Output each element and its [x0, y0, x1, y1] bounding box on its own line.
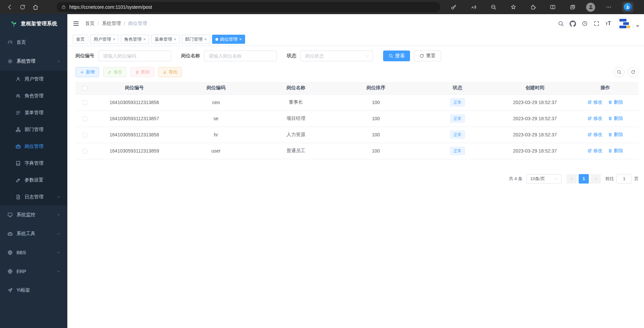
cell-created-at: 2023-03-29 18:52:37: [498, 127, 572, 143]
sidebar-item-dict-management[interactable]: 字典管理: [0, 155, 67, 172]
post-id-input[interactable]: [99, 51, 171, 61]
page-header: 首页 / 系统管理 / 岗位管理 ? TT: [67, 14, 644, 33]
tab-post-management[interactable]: 岗位管理×: [212, 35, 245, 44]
sidebar-item-post-management[interactable]: 岗位管理: [0, 138, 67, 155]
tab-menu-management[interactable]: 菜单管理×: [151, 35, 180, 44]
cell-post-sort: 100: [335, 127, 417, 143]
col-created-at: 创建时间: [498, 82, 572, 94]
row-edit-button[interactable]: 修改: [587, 148, 603, 154]
copilot-button[interactable]: b: [622, 2, 634, 12]
password-key-icon[interactable]: [447, 2, 460, 12]
row-edit-button[interactable]: 修改: [587, 116, 603, 122]
sidebar-item-role-management[interactable]: 角色管理: [0, 88, 67, 104]
sidebar-item-user-management[interactable]: 用户管理: [0, 71, 67, 88]
collections-icon[interactable]: [566, 2, 579, 12]
refresh-table-button[interactable]: [628, 67, 639, 77]
read-aloud-icon[interactable]: A: [467, 2, 480, 12]
row-delete-button[interactable]: 删除: [608, 132, 623, 138]
reset-button[interactable]: 重置: [414, 51, 441, 61]
cell-post-id: 1641030593112313859: [94, 143, 175, 159]
sidebar-item-dept-management[interactable]: 部门管理: [0, 121, 67, 138]
toggle-search-button[interactable]: [614, 67, 624, 77]
app-logo[interactable]: 意框架管理系统: [0, 14, 67, 33]
browser-home-button[interactable]: [29, 2, 42, 12]
cell-post-code: user: [175, 143, 257, 159]
trash-icon: [608, 100, 612, 104]
sidebar-item-label: 系统管理: [16, 58, 35, 64]
row-delete-button[interactable]: 删除: [608, 99, 623, 105]
col-post-sort: 岗位排序: [335, 82, 417, 94]
sidebar-item-param-settings[interactable]: 参数设置: [0, 172, 67, 189]
close-icon[interactable]: ×: [204, 37, 207, 41]
prev-page-button[interactable]: [567, 174, 577, 184]
font-size-button[interactable]: TT: [605, 21, 611, 27]
tab-dept-management[interactable]: 部门管理×: [182, 35, 210, 44]
chevron-down-icon: [57, 232, 61, 236]
sidebar-item-yi-framework[interactable]: Yi框架: [0, 281, 67, 300]
active-tab-dot: [215, 38, 218, 41]
status-select[interactable]: [301, 51, 373, 61]
close-icon[interactable]: ×: [113, 37, 115, 41]
row-checkbox[interactable]: [82, 100, 87, 105]
font-size-icon: T: [605, 22, 608, 26]
sidebar-item-system-tools[interactable]: 系统工具: [0, 224, 67, 243]
sidebar-item-erp[interactable]: ERP: [0, 262, 67, 281]
row-checkbox[interactable]: [82, 117, 87, 121]
row-checkbox[interactable]: [82, 133, 87, 137]
row-checkbox[interactable]: [82, 149, 87, 154]
split-screen-icon[interactable]: [546, 2, 559, 12]
edit-button[interactable]: 修改: [103, 67, 127, 77]
delete-button[interactable]: 删除: [131, 67, 154, 77]
favorites-icon[interactable]: [507, 2, 520, 12]
more-menu-icon[interactable]: [602, 2, 615, 12]
goto-page-input[interactable]: [616, 174, 632, 184]
close-icon[interactable]: ×: [143, 37, 146, 41]
fullscreen-button[interactable]: [594, 21, 600, 27]
export-button[interactable]: 导出: [158, 67, 182, 77]
row-delete-label: 删除: [614, 132, 623, 138]
browser-back-button[interactable]: [3, 2, 16, 12]
browser-refresh-button[interactable]: [16, 2, 29, 12]
tab-label: 用户管理: [94, 36, 111, 42]
add-button[interactable]: 新增: [75, 67, 99, 77]
edit-icon: [107, 70, 112, 74]
breadcrumb-system[interactable]: 系统管理: [102, 21, 121, 27]
post-name-input[interactable]: [204, 51, 277, 61]
row-edit-label: 修改: [593, 132, 603, 138]
address-bar[interactable]: https://ccnetcore.com:1101/system/post: [57, 2, 440, 12]
sidebar-item-label: 日志管理: [25, 194, 43, 200]
header-search-button[interactable]: [558, 21, 564, 27]
page-size-select[interactable]: 10条/页: [527, 174, 562, 184]
user-avatar[interactable]: [618, 18, 630, 30]
tab-role-management[interactable]: 角色管理×: [121, 35, 149, 44]
sidebar-item-menu-management[interactable]: 菜单管理: [0, 104, 67, 121]
close-icon[interactable]: ×: [174, 37, 176, 41]
extensions-icon[interactable]: [527, 2, 540, 12]
sidebar-toggle-button[interactable]: [73, 20, 79, 27]
caret-down-icon[interactable]: [636, 25, 639, 27]
next-page-button[interactable]: [591, 174, 601, 184]
close-icon[interactable]: ×: [239, 37, 242, 41]
help-button[interactable]: ?: [582, 21, 588, 27]
sidebar-item-log-management[interactable]: 日志管理: [0, 189, 67, 205]
chevron-left-icon: [570, 177, 574, 181]
browser-profile-avatar[interactable]: [586, 3, 595, 12]
tab-home[interactable]: 首页: [73, 35, 88, 44]
row-delete-button[interactable]: 删除: [608, 148, 623, 154]
github-button[interactable]: [570, 21, 576, 27]
sidebar-item-system-monitor[interactable]: 系统监控: [0, 205, 67, 224]
sidebar-item-system-management[interactable]: 系统管理: [0, 52, 67, 71]
row-delete-button[interactable]: 删除: [608, 116, 623, 122]
breadcrumb-home[interactable]: 首页: [85, 21, 95, 27]
row-edit-button[interactable]: 修改: [587, 99, 603, 105]
search-button[interactable]: 搜索: [383, 51, 410, 61]
page-1-button[interactable]: 1: [579, 174, 589, 184]
select-all-checkbox[interactable]: [82, 86, 87, 91]
zoom-out-icon[interactable]: [487, 2, 500, 12]
row-edit-button[interactable]: 修改: [587, 132, 603, 138]
sidebar-item-bbs[interactable]: BBS: [0, 243, 67, 262]
tab-user-management[interactable]: 用户管理×: [90, 35, 119, 44]
sidebar-item-home[interactable]: 首页: [0, 33, 67, 52]
chevron-down-icon: [554, 177, 558, 181]
refresh-icon: [20, 4, 26, 10]
